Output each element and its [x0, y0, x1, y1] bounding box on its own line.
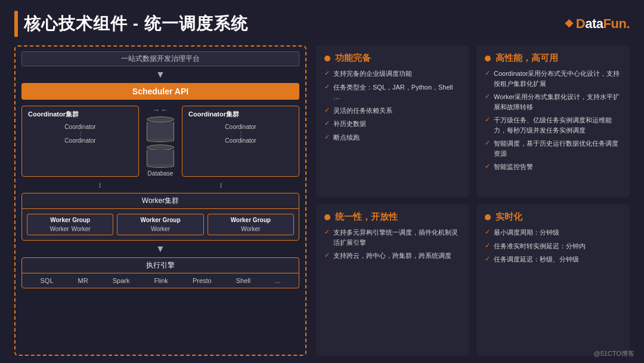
check-icon: ✓ — [324, 119, 330, 127]
arrow-down-1: ▼ — [21, 70, 299, 79]
worker-groups-row: Worker Group Worker Worker Worker Group … — [22, 209, 299, 240]
scheduler-api-box: Scheduler API — [21, 83, 299, 100]
title-accent — [14, 11, 18, 37]
exec-shell: Shell — [236, 277, 250, 284]
card2-text5: 智能监控告警 — [494, 162, 533, 172]
main-content: 一站式数据开发治理平台 ▼ Scheduler API Coordinator集… — [14, 45, 630, 356]
right-panel: 功能完备 ✓ 支持完备的企业级调度功能 ✓ 任务类型全：SQL，JAR，Pyth… — [316, 45, 630, 356]
check-icon: ✓ — [324, 133, 330, 141]
wg3-worker1: Worker — [241, 226, 260, 232]
exec-mr: MR — [78, 277, 88, 284]
coord-right-dots: ⋮ — [193, 130, 288, 137]
card1-item5: ✓ 断点续跑 — [324, 133, 461, 143]
coord-left-dots: ⋮ — [33, 130, 128, 137]
exec-sql: SQL — [41, 277, 54, 284]
diagram-outer: 一站式数据开发治理平台 ▼ Scheduler API Coordinator集… — [14, 45, 306, 356]
coord-left-title: Coordinator集群 — [28, 110, 132, 119]
feature-card-1: 功能完备 ✓ 支持完备的企业级调度功能 ✓ 任务类型全：SQL，JAR，Pyth… — [316, 45, 469, 197]
card1-text1: 支持完备的企业级调度功能 — [333, 69, 412, 79]
card4-bullet — [485, 214, 491, 220]
card4-text3: 任务调度延迟：秒级、分钟级 — [494, 254, 579, 264]
database-icon — [147, 116, 174, 168]
check-icon: ✓ — [485, 162, 490, 170]
check-icon: ✓ — [485, 93, 490, 100]
check-icon: ✓ — [324, 83, 330, 91]
title-bar: 核心技术组件 - 统一调度系统 — [14, 11, 248, 37]
card1-title: 功能完备 — [324, 53, 461, 64]
worker-cluster-box: Worker集群 Worker Group Worker Worker — [21, 193, 299, 241]
worker-group-3: Worker Group Worker — [208, 214, 294, 235]
feature-card-3: 统一性，开放性 ✓ 支持多元异构引擎统一调度，插件化机制灵活扩展引擎 ✓ 支持跨… — [316, 204, 469, 356]
card2-item2: ✓ Worker采用分布式集群化设计，支持水平扩展和故障转移 — [485, 92, 621, 112]
card1-item4: ✓ 补历史数据 — [324, 119, 461, 129]
exec-flink: Flink — [154, 277, 168, 284]
wg1-worker2: Worker — [72, 226, 91, 232]
worker-cluster-title: Worker集群 — [22, 193, 299, 209]
card4-title: 实时化 — [485, 211, 621, 223]
check-icon: ✓ — [485, 255, 490, 263]
check-icon: ✓ — [485, 116, 490, 124]
logo-icon: ❖ — [564, 17, 574, 30]
wg1-worker1: Worker — [50, 226, 69, 232]
coord-left-item1: Coordinator — [33, 124, 128, 130]
coordinator-right: Coordinator集群 Coordinator ⋮ Coordinator — [182, 106, 299, 177]
exec-spark: Spark — [113, 277, 130, 284]
card4-item2: ✓ 任务准实时转实例延迟：分钟内 — [485, 241, 621, 251]
card2-title: 高性能，高可用 — [485, 53, 621, 64]
card4-text2: 任务准实时转实例延迟：分钟内 — [494, 241, 586, 251]
card1-title-text: 功能完备 — [335, 53, 371, 64]
exec-items: SQL MR Spark Flink Presto Shell ... — [22, 273, 299, 288]
card1-text4: 补历史数据 — [333, 119, 366, 129]
wg1-workers: Worker Worker — [31, 226, 109, 232]
check-icon: ✓ — [485, 228, 490, 236]
coord-right-item2: Coordinator — [193, 137, 288, 144]
card3-text2: 支持跨云，跨中心，跨集群，跨系统调度 — [333, 251, 451, 261]
card2-text3: 千万级任务、亿级任务实例调度和运维能力，每秒万级并发任务实例调度 — [494, 115, 621, 135]
worker-group-2: Worker Group Worker — [117, 214, 203, 235]
card1-item2: ✓ 任务类型全：SQL，JAR，Python，Shell … — [324, 82, 461, 102]
worker-group-1: Worker Group Worker Worker — [27, 214, 113, 235]
card3-title: 统一性，开放性 — [324, 211, 461, 223]
header: 核心技术组件 - 统一调度系统 ❖ DataFun. — [14, 11, 630, 37]
check-icon: ✓ — [324, 69, 330, 77]
card2-item3: ✓ 千万级任务、亿级任务实例调度和运维能力，每秒万级并发任务实例调度 — [485, 115, 621, 135]
card2-item1: ✓ Coordinator采用分布式无中心化设计，支持按租户集群化扩展 — [485, 69, 621, 88]
check-icon: ✓ — [324, 106, 330, 114]
exec-engine-title: 执行引擎 — [22, 258, 299, 273]
card4-title-text: 实时化 — [496, 211, 522, 223]
card3-item1: ✓ 支持多元异构引擎统一调度，插件化机制灵活扩展引擎 — [324, 227, 461, 247]
feature-card-4: 实时化 ✓ 最小调度周期：分钟级 ✓ 任务准实时转实例延迟：分钟内 ✓ 任务调度… — [476, 204, 630, 356]
coord-left-item2: Coordinator — [33, 137, 128, 144]
card2-text4: 智能调度，基于历史运行数据优化任务调度资源 — [494, 139, 621, 158]
card2-item4: ✓ 智能调度，基于历史运行数据优化任务调度资源 — [485, 139, 621, 158]
check-icon: ✓ — [324, 251, 330, 259]
coordinator-left: Coordinator集群 Coordinator ⋮ Coordinator — [21, 106, 139, 177]
card2-bullet — [485, 56, 491, 61]
wg3-title: Worker Group — [212, 217, 290, 223]
check-icon: ✓ — [324, 228, 330, 236]
logo: ❖ DataFun. — [564, 16, 630, 32]
card4-text1: 最小调度周期：分钟级 — [494, 227, 559, 238]
exec-more: ... — [275, 277, 280, 284]
card1-text3: 灵活的任务依赖关系 — [333, 106, 392, 116]
card2-title-text: 高性能，高可用 — [496, 53, 558, 64]
card1-text5: 断点续跑 — [333, 133, 360, 143]
card3-bullet — [324, 214, 330, 220]
logo-brand: DataFun. — [576, 16, 630, 32]
card1-item1: ✓ 支持完备的企业级调度功能 — [324, 69, 461, 79]
wg1-title: Worker Group — [31, 217, 109, 223]
left-panel: 一站式数据开发治理平台 ▼ Scheduler API Coordinator集… — [14, 45, 306, 356]
card1-bullet — [324, 56, 330, 61]
check-icon: ✓ — [485, 69, 490, 77]
feature-card-2: 高性能，高可用 ✓ Coordinator采用分布式无中心化设计，支持按租户集群… — [476, 45, 630, 197]
page: 核心技术组件 - 统一调度系统 ❖ DataFun. 一站式数据开发治理平台 ▼… — [0, 0, 644, 363]
card3-item2: ✓ 支持跨云，跨中心，跨集群，跨系统调度 — [324, 251, 461, 261]
card3-text1: 支持多元异构引擎统一调度，插件化机制灵活扩展引擎 — [333, 227, 461, 247]
wg3-workers: Worker — [212, 226, 290, 232]
arrow-down-2: ▼ — [21, 244, 299, 254]
check-icon: ✓ — [485, 242, 490, 250]
card3-title-text: 统一性，开放性 — [335, 211, 398, 223]
database-label: Database — [148, 170, 174, 177]
check-icon: ✓ — [485, 139, 490, 147]
card1-item3: ✓ 灵活的任务依赖关系 — [324, 106, 461, 116]
